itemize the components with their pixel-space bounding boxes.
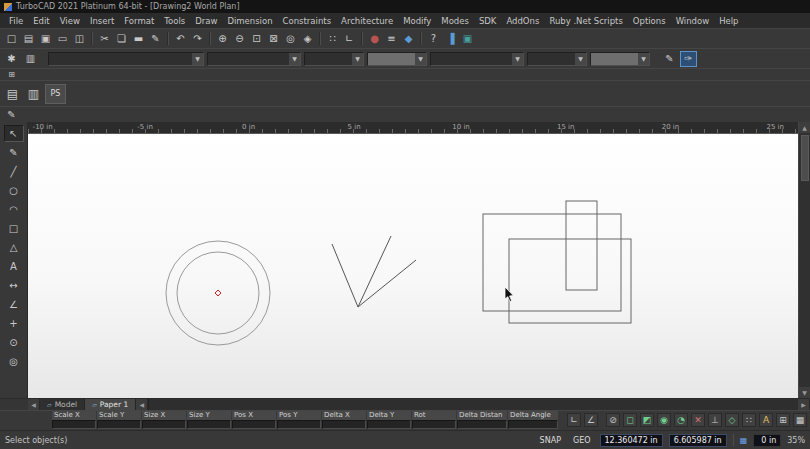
zoom-level[interactable]: 35% — [787, 436, 805, 445]
snap-perpendicular-icon[interactable]: ⊥ — [708, 413, 722, 427]
menu-file[interactable]: File — [4, 15, 28, 27]
drawn-circle[interactable] — [177, 252, 259, 334]
point-style-combo[interactable]: ▼ — [590, 52, 650, 66]
arc-tool[interactable]: ◠ — [4, 201, 24, 218]
drawing-template-icon[interactable]: ▥ — [24, 84, 43, 104]
field-input-delta-distan[interactable] — [457, 420, 507, 429]
snap-aerial-icon[interactable]: A — [759, 413, 773, 427]
text-style-combo[interactable]: ▼ — [527, 52, 587, 66]
menu-tools[interactable]: Tools — [159, 15, 190, 27]
tab-model[interactable]: ▱Model — [40, 399, 85, 410]
copy-icon[interactable]: ❏ — [113, 31, 130, 47]
zoom-out-icon[interactable]: ⊖ — [231, 31, 248, 47]
snap-intersection-icon[interactable]: ✕ — [691, 413, 705, 427]
save-icon[interactable]: ▣ — [37, 31, 54, 47]
menu-view[interactable]: View — [55, 15, 85, 27]
zoom-previous-icon[interactable]: ◎ — [282, 31, 299, 47]
zoom-window-icon[interactable]: ⊡ — [248, 31, 265, 47]
format-pen-icon[interactable]: ✎ — [661, 51, 678, 67]
vertical-scrollbar[interactable]: ▲ ▼ — [798, 122, 810, 398]
print-icon[interactable]: ▭ — [54, 31, 71, 47]
menu-architecture[interactable]: Architecture — [336, 15, 398, 27]
layer-combo[interactable]: ▼ — [48, 52, 204, 66]
snap-tool[interactable]: ⊙ — [4, 334, 24, 351]
coordinate-y-field[interactable]: 6.605987 in — [669, 434, 727, 447]
new-drawing-icon[interactable]: ▤ — [3, 84, 22, 104]
field-input-delta-x[interactable] — [322, 420, 366, 429]
snap-center-icon[interactable]: ◉ — [657, 413, 671, 427]
snap-quadrant-icon[interactable]: ◔ — [674, 413, 688, 427]
pen-color-combo[interactable]: ▼ — [207, 52, 301, 66]
menu-edit[interactable]: Edit — [28, 15, 54, 27]
field-input-size-y[interactable] — [187, 420, 231, 429]
snap-table-icon[interactable]: ⊞ — [776, 413, 790, 427]
vertical-scroll-thumb[interactable] — [801, 135, 809, 181]
field-input-rot[interactable] — [412, 420, 456, 429]
brush-style-icon[interactable]: ✎ — [3, 107, 20, 123]
field-input-delta-y[interactable] — [367, 420, 411, 429]
ortho-mode-icon[interactable]: ∟ — [341, 31, 358, 47]
polygon-tool[interactable]: △ — [4, 239, 24, 256]
circle-tool[interactable]: ○ — [4, 182, 24, 199]
menu-modify[interactable]: Modify — [398, 15, 436, 27]
rectangle-tool[interactable]: □ — [4, 220, 24, 237]
context-help-icon[interactable]: ? — [425, 31, 442, 47]
snap-options-icon[interactable]: ▦ — [793, 413, 807, 427]
color-swatch-icon[interactable]: ● — [366, 31, 383, 47]
menu-ruby-net-scripts[interactable]: Ruby .Net Scripts — [544, 15, 627, 27]
edit-tool[interactable]: ✎ — [4, 144, 24, 161]
angle-lock-icon[interactable]: ∠ — [584, 413, 598, 427]
menu-constraints[interactable]: Constraints — [278, 15, 337, 27]
snap-midpoint-icon[interactable]: ◩ — [640, 413, 654, 427]
line-style-combo[interactable]: ▼ — [304, 52, 364, 66]
menu-format[interactable]: Format — [119, 15, 159, 27]
menu-window[interactable]: Window — [671, 15, 715, 27]
library-palette-icon[interactable]: ▐ — [442, 31, 459, 47]
zoom-extents-icon[interactable]: ⊠ — [265, 31, 282, 47]
grid-toggle-icon[interactable]: ⊞ — [3, 69, 20, 80]
no-snap-icon[interactable]: ⊘ — [606, 413, 620, 427]
scroll-up-icon[interactable]: ▲ — [799, 122, 810, 133]
menu-modes[interactable]: Modes — [436, 15, 474, 27]
drawn-rectangle[interactable] — [483, 214, 621, 311]
render-scene-icon[interactable]: ▣ — [459, 31, 476, 47]
print-preview-icon[interactable]: ◫ — [71, 31, 88, 47]
brush-style-combo[interactable]: ▼ — [430, 52, 524, 66]
settings-gear-icon[interactable]: ✱ — [3, 51, 20, 67]
field-input-scale-y[interactable] — [97, 420, 141, 429]
drawn-circle[interactable] — [166, 241, 270, 345]
drawn-rectangle[interactable] — [509, 239, 631, 323]
zoom-in-icon[interactable]: ⊕ — [214, 31, 231, 47]
menu-insert[interactable]: Insert — [85, 15, 119, 27]
drawing-canvas[interactable] — [28, 134, 798, 398]
paste-icon[interactable]: ▬ — [130, 31, 147, 47]
materials-icon[interactable]: ◆ — [400, 31, 417, 47]
reference-point-marker[interactable] — [215, 290, 221, 296]
field-input-delta-angle[interactable] — [508, 420, 558, 429]
select-tool[interactable]: ↖ — [4, 125, 24, 142]
angle-dimension-tool[interactable]: ∠ — [4, 296, 24, 313]
tab-scroll-left2-icon[interactable]: ◀ — [136, 399, 148, 410]
tab-scroll-left-icon[interactable]: ◀ — [28, 399, 40, 410]
drawn-line[interactable] — [358, 260, 416, 307]
format-painter-icon[interactable]: ✎ — [147, 31, 164, 47]
field-input-pos-y[interactable] — [277, 420, 321, 429]
snap-toggle[interactable]: SNAP — [537, 435, 564, 446]
pan-icon[interactable]: ◈ — [299, 31, 316, 47]
menu-options[interactable]: Options — [628, 15, 671, 27]
field-input-scale-x[interactable] — [52, 420, 96, 429]
drawn-line[interactable] — [332, 244, 358, 307]
new-file-icon[interactable]: □ — [3, 31, 20, 47]
menu-addons[interactable]: AddOns — [501, 15, 544, 27]
snap-grid-icon[interactable]: ∷ — [742, 413, 756, 427]
snap-vertex-icon[interactable]: ◻ — [623, 413, 637, 427]
snap-grid-icon[interactable]: ∷ — [324, 31, 341, 47]
layers-icon[interactable]: ≡ — [383, 31, 400, 47]
menu-dimension[interactable]: Dimension — [222, 15, 277, 27]
modify-tool[interactable]: + — [4, 315, 24, 332]
open-file-icon[interactable]: ▤ — [20, 31, 37, 47]
style-manager-icon[interactable]: ▥ — [22, 51, 39, 67]
dimension-tool[interactable]: ↔ — [4, 277, 24, 294]
undo-icon[interactable]: ↶ — [172, 31, 189, 47]
line-tool[interactable]: ╱ — [4, 163, 24, 180]
